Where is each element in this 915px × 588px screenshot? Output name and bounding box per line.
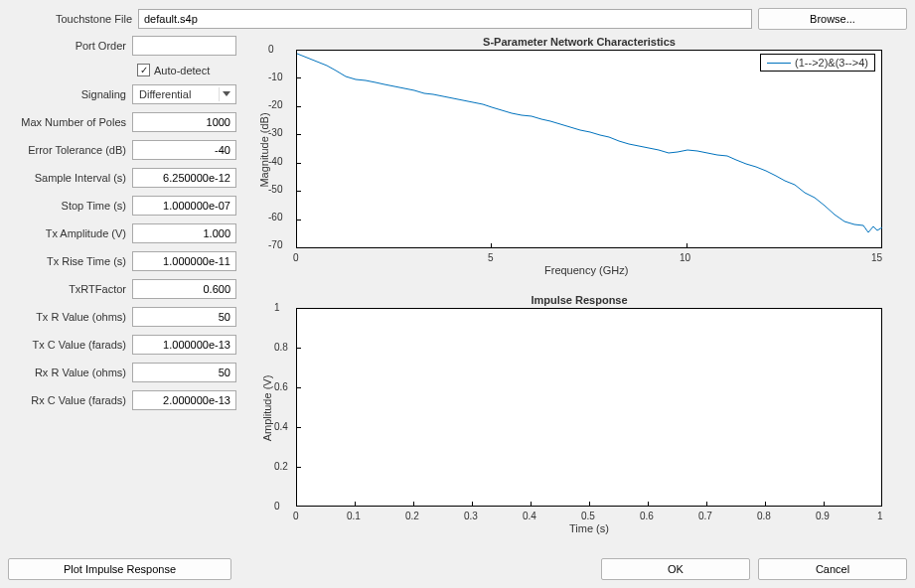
file-row: Touchstone File Browse... [8,8,907,30]
x-tick: 0.5 [581,511,595,521]
rx-c-input[interactable] [132,390,236,410]
tx-rise-input[interactable] [132,251,236,271]
tx-c-label: Tx C Value (farads) [8,339,132,351]
tx-r-label: Tx R Value (ohms) [8,311,132,323]
y-tick: -50 [268,184,282,195]
sparam-ylabel: Magnitude (dB) [258,112,270,187]
sample-interval-input[interactable] [132,168,236,188]
max-poles-input[interactable] [132,112,236,132]
y-tick: 0 [268,44,274,55]
signaling-label: Signaling [8,88,132,100]
stop-time-label: Stop Time (s) [8,200,132,212]
impulse-plot-area [296,308,882,507]
sparam-legend: (1-->2)&(3-->4) [760,54,875,72]
x-tick: 0.6 [640,511,654,521]
max-poles-label: Max Number of Poles [8,116,132,128]
y-tick: -10 [268,72,282,82]
err-tol-input[interactable] [132,140,236,160]
rx-r-label: Rx R Value (ohms) [8,367,132,378]
impulse-xlabel: Time (s) [569,522,609,534]
sparam-xlabel: Frequency (GHz) [544,264,628,276]
y-tick: 0.6 [274,381,288,392]
y-tick: -60 [268,212,282,222]
impulse-chart: Impulse Response 1 0.8 0.6 0.4 0.2 0 0 [251,294,907,542]
x-tick: 0 [293,252,299,263]
app-root: Touchstone File Browse... Port Order ✓ A… [0,0,915,588]
x-tick: 0.3 [464,511,478,521]
x-tick: 0.4 [523,511,536,521]
auto-detect-checkbox[interactable]: ✓ [137,64,150,76]
tx-rt-input[interactable] [132,279,236,299]
rx-r-input[interactable] [132,363,236,382]
sample-interval-label: Sample Interval (s) [8,172,132,184]
tx-r-input[interactable] [132,307,236,327]
ok-button[interactable]: OK [601,558,750,580]
impulse-title: Impulse Response [251,294,907,306]
x-tick: 15 [871,252,882,263]
x-tick: 0 [293,511,299,521]
x-tick: 1 [877,511,883,521]
touchstone-file-input[interactable] [138,9,752,29]
cancel-button[interactable]: Cancel [758,558,907,580]
x-tick: 0.9 [816,511,830,521]
sidebar: Port Order ✓ Auto-detect Signaling Diffe… [8,36,241,542]
x-tick: 0.1 [347,511,361,521]
charts-panel: S-Parameter Network Characteristics (1--… [251,36,907,542]
port-order-label: Port Order [8,40,132,52]
x-tick: 0.2 [405,511,419,521]
y-tick: -30 [268,127,282,138]
y-tick: 1 [274,302,280,313]
y-tick: -40 [268,156,282,167]
plot-impulse-button[interactable]: Plot Impulse Response [8,558,231,580]
tx-c-input[interactable] [132,335,236,355]
rx-c-label: Rx C Value (farads) [8,394,132,406]
sparam-chart: S-Parameter Network Characteristics (1--… [251,36,907,284]
x-tick: 5 [488,252,494,263]
impulse-ylabel: Amplitude (V) [261,375,273,442]
err-tol-label: Error Tolerance (dB) [8,144,132,156]
y-tick: 0.4 [274,421,288,432]
sparam-plot-area: (1-->2)&(3-->4) [296,50,882,248]
tx-rise-label: Tx Rise Time (s) [8,255,132,267]
stop-time-input[interactable] [132,196,236,216]
y-tick: -20 [268,99,282,110]
y-tick: 0 [274,501,280,512]
tx-rt-label: TxRTFactor [8,283,132,295]
port-order-input[interactable] [132,36,236,56]
x-tick: 10 [680,252,690,263]
chevron-down-icon [219,87,232,101]
tx-amp-input[interactable] [132,223,236,243]
x-tick: 0.8 [757,511,771,521]
browse-button[interactable]: Browse... [758,8,907,30]
x-tick: 0.7 [698,511,712,521]
y-tick: -70 [268,239,282,250]
y-tick: 0.2 [274,461,288,472]
legend-text: (1-->2)&(3-->4) [795,57,868,69]
auto-detect-label: Auto-detect [154,65,210,76]
signaling-value: Differential [139,88,191,100]
legend-line-icon [767,63,791,64]
sparam-title: S-Parameter Network Characteristics [251,36,907,48]
bottom-bar: Plot Impulse Response OK Cancel [8,558,907,580]
file-label: Touchstone File [8,13,132,25]
y-tick: 0.8 [274,342,288,353]
tx-amp-label: Tx Amplitude (V) [8,227,132,239]
signaling-select[interactable]: Differential [132,84,236,104]
